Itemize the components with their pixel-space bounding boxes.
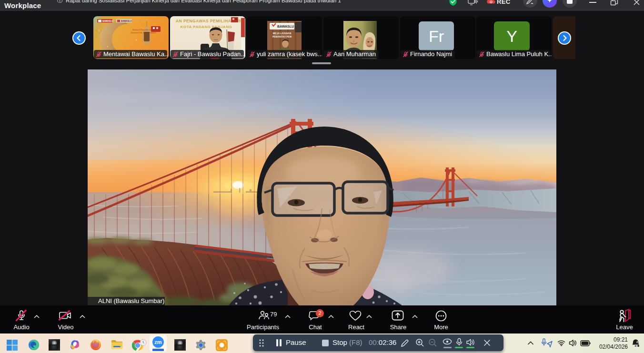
svg-text:BAWASLU: BAWASLU [121,20,132,22]
svg-text:PEMANTAU PEM: PEMANTAU PEM [272,35,292,38]
svg-text:BAWASLU: BAWASLU [277,25,294,28]
svg-text:KOTA PADANG PANJANG: KOTA PADANG PANJANG [181,25,232,29]
svg-text:z: z [636,340,638,343]
svg-text:MEJA LAYANAN: MEJA LAYANAN [273,32,292,35]
svg-text:BAWASLU: BAWASLU [102,20,113,22]
